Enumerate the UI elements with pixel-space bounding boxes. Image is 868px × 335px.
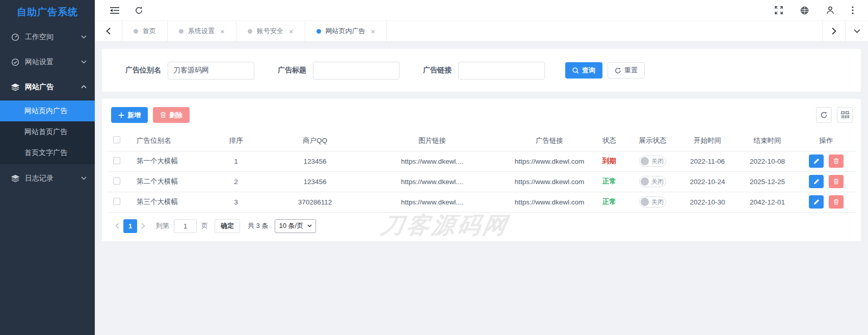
- cell-start-time: 2022-10-30: [677, 192, 738, 212]
- sidebar-item-site-settings[interactable]: 网站设置: [0, 49, 95, 74]
- page-content: 广告位别名 广告标题 广告链接 查询: [95, 42, 868, 335]
- column-header: 排序: [198, 131, 274, 151]
- page-number-button[interactable]: 1: [123, 219, 137, 233]
- refresh-table-button[interactable]: [816, 107, 832, 123]
- layers-icon: [11, 174, 19, 183]
- tab-close-icon[interactable]: ×: [371, 28, 376, 35]
- sidebar-subitem-inpage-ads[interactable]: 网站页内广告: [0, 100, 95, 121]
- chevron-up-icon: [81, 85, 87, 89]
- display-state-toggle[interactable]: 关闭: [639, 196, 666, 208]
- sidebar-item-site-ads[interactable]: 网站广告: [0, 74, 95, 99]
- page-size-select[interactable]: 10 条/页: [275, 219, 316, 233]
- shield-check-icon: [11, 58, 19, 66]
- field-label: 广告位别名: [125, 66, 161, 75]
- toggle-label: 关闭: [651, 198, 664, 207]
- field-label: 广告标题: [278, 66, 306, 75]
- tab-dot: [248, 29, 252, 34]
- table-header-row: 广告位别名 排序 商户QQ 图片链接 广告链接 状态 展示状态 开始时间 结束时…: [107, 131, 856, 151]
- kebab-menu-icon[interactable]: [852, 6, 854, 14]
- tab-system-settings[interactable]: 系统设置 ×: [168, 21, 236, 41]
- chevron-down-icon: [81, 60, 87, 64]
- cell-end-time: 2042-12-01: [738, 192, 797, 212]
- column-header: 结束时间: [738, 131, 797, 151]
- tabs-scroll-right-button[interactable]: [822, 21, 845, 41]
- add-button[interactable]: 新增: [111, 107, 148, 123]
- ad-link-input[interactable]: [458, 62, 545, 80]
- table-row: 第三个大横幅 3 370286112 https://www.dkewl....…: [107, 192, 856, 212]
- cell-ad-link: https://www.dkewl.com: [509, 192, 590, 212]
- tab-inpage-ads[interactable]: 网站页内广告 ×: [305, 21, 387, 41]
- edit-row-button[interactable]: [809, 154, 824, 168]
- delete-row-button[interactable]: [829, 195, 844, 209]
- ad-title-input[interactable]: [313, 62, 400, 80]
- tabs-menu-button[interactable]: [845, 21, 868, 41]
- total-count-label: 共 3 条: [248, 221, 268, 230]
- fullscreen-icon[interactable]: [775, 6, 783, 14]
- user-icon[interactable]: [826, 6, 834, 14]
- cell-image-link: https://www.dkewl....: [356, 171, 509, 192]
- page-unit-label: 页: [201, 221, 208, 230]
- cell-end-time: 2025-12-25: [738, 171, 797, 192]
- tab-label: 系统设置: [188, 27, 215, 36]
- cell-qq: 123456: [274, 151, 356, 171]
- prev-page-button[interactable]: [111, 223, 123, 229]
- sidebar-item-workspace[interactable]: 工作空间: [0, 24, 95, 49]
- sidebar-item-label: 网站广告: [25, 83, 54, 92]
- goto-page-input[interactable]: [174, 219, 197, 233]
- field-ad-slot-alias: 广告位别名: [125, 62, 254, 80]
- table-row: 第二个大横幅 2 123456 https://www.dkewl.... ht…: [107, 171, 856, 192]
- sidebar-subitem-label: 网站页内广告: [24, 107, 67, 116]
- goto-confirm-button[interactable]: 确定: [215, 219, 240, 233]
- tab-close-icon[interactable]: ×: [220, 28, 225, 35]
- column-header: 状态: [590, 131, 628, 151]
- next-page-button[interactable]: [137, 223, 149, 229]
- chevron-down-icon: [81, 176, 87, 180]
- sidebar-item-logs[interactable]: 日志记录: [0, 166, 95, 191]
- display-state-toggle[interactable]: 关闭: [639, 176, 666, 187]
- cell-sort: 1: [198, 151, 274, 171]
- tab-dot: [134, 29, 138, 34]
- collapse-sidebar-icon[interactable]: [110, 7, 119, 14]
- cell-start-time: 2022-10-24: [677, 171, 738, 192]
- reset-icon: [615, 67, 621, 74]
- cell-end-time: 2022-10-08: [738, 151, 797, 171]
- row-checkbox[interactable]: [113, 177, 120, 185]
- column-header: 广告位别名: [126, 131, 198, 151]
- column-header: 图片链接: [356, 131, 509, 151]
- sidebar-subitem-homepage-ads[interactable]: 网站首页广告: [0, 121, 95, 142]
- language-globe-icon[interactable]: [800, 6, 809, 15]
- sidebar-item-label: 网站设置: [25, 58, 54, 67]
- edit-row-button[interactable]: [809, 175, 824, 188]
- plus-icon: [118, 112, 124, 118]
- column-header: 操作: [797, 131, 856, 151]
- site-ads-submenu: 网站页内广告 网站首页广告 首页文字广告: [0, 99, 95, 164]
- row-checkbox[interactable]: [113, 198, 120, 205]
- column-settings-button[interactable]: [837, 107, 853, 123]
- display-state-toggle[interactable]: 关闭: [639, 156, 666, 167]
- delete-row-button[interactable]: [829, 175, 844, 188]
- field-label: 广告链接: [423, 66, 452, 75]
- pagination: 1 到第 页 确定 共 3 条 10 条/页: [111, 219, 856, 233]
- edit-row-button[interactable]: [809, 195, 824, 209]
- cell-ad-link: https://www.dkewl.com: [509, 171, 590, 192]
- search-icon: [572, 67, 579, 74]
- toggle-label: 关闭: [651, 157, 664, 166]
- sidebar-subitem-home-text-ads[interactable]: 首页文字广告: [0, 142, 95, 163]
- search-button[interactable]: 查询: [565, 62, 602, 79]
- tab-close-icon[interactable]: ×: [289, 28, 294, 35]
- select-all-checkbox[interactable]: [113, 136, 120, 143]
- refresh-page-icon[interactable]: [135, 6, 143, 15]
- tab-account-security[interactable]: 账号安全 ×: [236, 21, 305, 41]
- field-ad-title: 广告标题: [278, 62, 400, 80]
- delete-button[interactable]: 删除: [153, 107, 190, 123]
- tab-label: 首页: [143, 27, 156, 36]
- sidebar: 自助广告系统 工作空间 网站设置 网站广告: [0, 0, 95, 335]
- reset-button[interactable]: 重置: [608, 62, 645, 79]
- row-checkbox[interactable]: [113, 157, 120, 164]
- tabs-scroll-left-button[interactable]: [95, 21, 122, 41]
- delete-row-button[interactable]: [829, 154, 844, 168]
- tab-home[interactable]: 首页: [122, 21, 168, 41]
- main-area: 首页 系统设置 × 账号安全 × 网站页内广告 × 广告位别名: [95, 0, 868, 335]
- ad-slot-alias-input[interactable]: [168, 62, 254, 80]
- table-toolbar: 新增 删除: [111, 107, 853, 123]
